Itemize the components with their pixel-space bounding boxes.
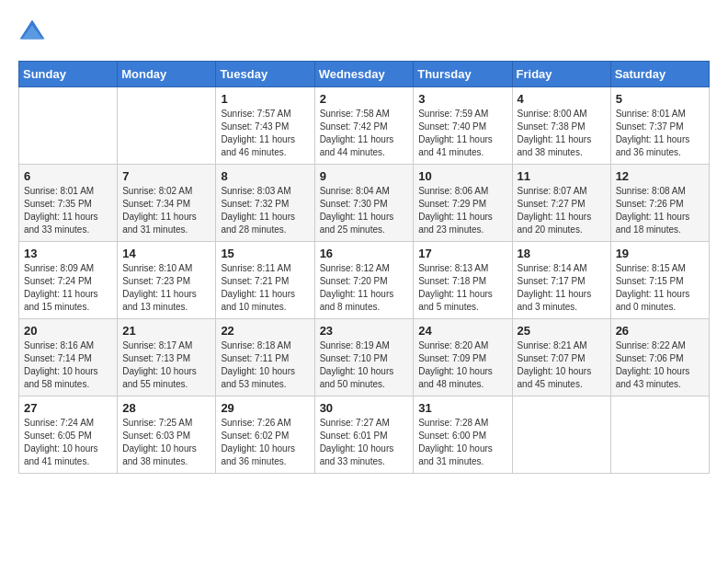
- calendar-cell: 23Sunrise: 8:19 AM Sunset: 7:10 PM Dayli…: [314, 319, 414, 396]
- calendar-header-row: SundayMondayTuesdayWednesdayThursdayFrid…: [19, 62, 710, 87]
- day-number: 5: [616, 92, 704, 106]
- day-info: Sunrise: 8:17 AM Sunset: 7:13 PM Dayligh…: [122, 339, 210, 391]
- day-info: Sunrise: 8:12 AM Sunset: 7:20 PM Dayligh…: [320, 262, 409, 314]
- calendar-cell: 19Sunrise: 8:15 AM Sunset: 7:15 PM Dayli…: [610, 242, 709, 319]
- calendar-week-row: 6Sunrise: 8:01 AM Sunset: 7:35 PM Daylig…: [19, 165, 710, 242]
- day-info: Sunrise: 8:16 AM Sunset: 7:14 PM Dayligh…: [24, 339, 112, 391]
- day-info: Sunrise: 8:13 AM Sunset: 7:18 PM Dayligh…: [418, 262, 506, 314]
- calendar-week-row: 27Sunrise: 7:24 AM Sunset: 6:05 PM Dayli…: [19, 396, 710, 474]
- day-number: 11: [518, 169, 606, 183]
- day-number: 22: [221, 324, 309, 338]
- calendar-week-row: 1Sunrise: 7:57 AM Sunset: 7:43 PM Daylig…: [19, 87, 710, 165]
- calendar-week-row: 20Sunrise: 8:16 AM Sunset: 7:14 PM Dayli…: [19, 319, 710, 396]
- day-number: 7: [122, 169, 210, 183]
- day-info: Sunrise: 8:06 AM Sunset: 7:29 PM Dayligh…: [418, 185, 506, 236]
- day-number: 13: [24, 247, 112, 260]
- calendar-cell: [512, 396, 610, 474]
- day-info: Sunrise: 7:59 AM Sunset: 7:40 PM Dayligh…: [418, 108, 506, 159]
- day-number: 25: [518, 324, 606, 338]
- calendar-cell: 30Sunrise: 7:27 AM Sunset: 6:01 PM Dayli…: [314, 396, 414, 474]
- day-info: Sunrise: 8:04 AM Sunset: 7:30 PM Dayligh…: [320, 185, 409, 236]
- calendar-cell: 16Sunrise: 8:12 AM Sunset: 7:20 PM Dayli…: [314, 242, 414, 319]
- calendar-cell: 15Sunrise: 8:11 AM Sunset: 7:21 PM Dayli…: [216, 242, 314, 319]
- day-number: 24: [418, 324, 506, 338]
- day-number: 29: [221, 401, 309, 415]
- calendar-week-row: 13Sunrise: 8:09 AM Sunset: 7:24 PM Dayli…: [19, 242, 710, 319]
- calendar-cell: 17Sunrise: 8:13 AM Sunset: 7:18 PM Dayli…: [414, 242, 512, 319]
- day-info: Sunrise: 8:14 AM Sunset: 7:17 PM Dayligh…: [518, 262, 606, 314]
- day-number: 16: [320, 247, 409, 260]
- day-info: Sunrise: 8:22 AM Sunset: 7:06 PM Dayligh…: [616, 339, 704, 391]
- day-info: Sunrise: 7:58 AM Sunset: 7:42 PM Dayligh…: [320, 108, 409, 159]
- weekday-header: Sunday: [19, 62, 118, 87]
- day-number: 12: [616, 169, 704, 183]
- day-number: 20: [24, 324, 112, 338]
- day-number: 31: [418, 401, 506, 415]
- day-info: Sunrise: 8:18 AM Sunset: 7:11 PM Dayligh…: [221, 339, 309, 391]
- day-number: 21: [122, 324, 210, 338]
- calendar-cell: 18Sunrise: 8:14 AM Sunset: 7:17 PM Dayli…: [512, 242, 610, 319]
- calendar-cell: 28Sunrise: 7:25 AM Sunset: 6:03 PM Dayli…: [118, 396, 216, 474]
- day-number: 15: [221, 247, 309, 260]
- calendar-cell: 4Sunrise: 8:00 AM Sunset: 7:38 PM Daylig…: [512, 87, 610, 165]
- calendar: SundayMondayTuesdayWednesdayThursdayFrid…: [18, 61, 710, 474]
- day-info: Sunrise: 8:11 AM Sunset: 7:21 PM Dayligh…: [221, 262, 309, 314]
- day-number: 19: [616, 247, 704, 260]
- day-number: 8: [221, 169, 309, 183]
- calendar-cell: 1Sunrise: 7:57 AM Sunset: 7:43 PM Daylig…: [216, 87, 314, 165]
- calendar-cell: 25Sunrise: 8:21 AM Sunset: 7:07 PM Dayli…: [512, 319, 610, 396]
- calendar-cell: 12Sunrise: 8:08 AM Sunset: 7:26 PM Dayli…: [610, 165, 709, 242]
- day-info: Sunrise: 8:20 AM Sunset: 7:09 PM Dayligh…: [418, 339, 506, 391]
- calendar-cell: [19, 87, 118, 165]
- calendar-cell: 20Sunrise: 8:16 AM Sunset: 7:14 PM Dayli…: [19, 319, 118, 396]
- weekday-header: Monday: [118, 62, 216, 87]
- calendar-cell: 5Sunrise: 8:01 AM Sunset: 7:37 PM Daylig…: [610, 87, 709, 165]
- weekday-header: Friday: [512, 62, 610, 87]
- day-info: Sunrise: 8:01 AM Sunset: 7:35 PM Dayligh…: [24, 185, 112, 236]
- day-info: Sunrise: 7:57 AM Sunset: 7:43 PM Dayligh…: [221, 108, 309, 159]
- day-number: 17: [418, 247, 506, 260]
- day-info: Sunrise: 7:28 AM Sunset: 6:00 PM Dayligh…: [418, 417, 506, 468]
- day-info: Sunrise: 8:01 AM Sunset: 7:37 PM Dayligh…: [616, 108, 704, 159]
- day-info: Sunrise: 8:03 AM Sunset: 7:32 PM Dayligh…: [221, 185, 309, 236]
- calendar-cell: 31Sunrise: 7:28 AM Sunset: 6:00 PM Dayli…: [414, 396, 512, 474]
- day-info: Sunrise: 8:08 AM Sunset: 7:26 PM Dayligh…: [616, 185, 704, 236]
- day-number: 26: [616, 324, 704, 338]
- logo-icon: [18, 18, 46, 46]
- day-info: Sunrise: 8:09 AM Sunset: 7:24 PM Dayligh…: [24, 262, 112, 314]
- calendar-cell: 24Sunrise: 8:20 AM Sunset: 7:09 PM Dayli…: [414, 319, 512, 396]
- calendar-cell: 13Sunrise: 8:09 AM Sunset: 7:24 PM Dayli…: [19, 242, 118, 319]
- calendar-cell: 11Sunrise: 8:07 AM Sunset: 7:27 PM Dayli…: [512, 165, 610, 242]
- day-info: Sunrise: 8:10 AM Sunset: 7:23 PM Dayligh…: [122, 262, 210, 314]
- logo: [18, 18, 51, 46]
- day-number: 3: [418, 92, 506, 106]
- day-info: Sunrise: 8:02 AM Sunset: 7:34 PM Dayligh…: [122, 185, 210, 236]
- day-info: Sunrise: 7:24 AM Sunset: 6:05 PM Dayligh…: [24, 417, 112, 468]
- calendar-cell: 6Sunrise: 8:01 AM Sunset: 7:35 PM Daylig…: [19, 165, 118, 242]
- calendar-cell: 22Sunrise: 8:18 AM Sunset: 7:11 PM Dayli…: [216, 319, 314, 396]
- page-header: [18, 18, 710, 46]
- weekday-header: Wednesday: [314, 62, 414, 87]
- day-number: 28: [122, 401, 210, 415]
- day-number: 14: [122, 247, 210, 260]
- day-number: 9: [320, 169, 409, 183]
- day-number: 1: [221, 92, 309, 106]
- calendar-cell: 3Sunrise: 7:59 AM Sunset: 7:40 PM Daylig…: [414, 87, 512, 165]
- day-number: 23: [320, 324, 409, 338]
- day-info: Sunrise: 8:21 AM Sunset: 7:07 PM Dayligh…: [518, 339, 606, 391]
- weekday-header: Thursday: [414, 62, 512, 87]
- calendar-cell: 10Sunrise: 8:06 AM Sunset: 7:29 PM Dayli…: [414, 165, 512, 242]
- day-number: 2: [320, 92, 409, 106]
- calendar-cell: 8Sunrise: 8:03 AM Sunset: 7:32 PM Daylig…: [216, 165, 314, 242]
- weekday-header: Saturday: [610, 62, 709, 87]
- day-number: 27: [24, 401, 112, 415]
- day-info: Sunrise: 7:26 AM Sunset: 6:02 PM Dayligh…: [221, 417, 309, 468]
- day-number: 6: [24, 169, 112, 183]
- day-info: Sunrise: 8:19 AM Sunset: 7:10 PM Dayligh…: [320, 339, 409, 391]
- calendar-cell: 2Sunrise: 7:58 AM Sunset: 7:42 PM Daylig…: [314, 87, 414, 165]
- day-info: Sunrise: 7:27 AM Sunset: 6:01 PM Dayligh…: [320, 417, 409, 468]
- calendar-cell: 27Sunrise: 7:24 AM Sunset: 6:05 PM Dayli…: [19, 396, 118, 474]
- day-info: Sunrise: 8:00 AM Sunset: 7:38 PM Dayligh…: [518, 108, 606, 159]
- day-number: 30: [320, 401, 409, 415]
- calendar-cell: 21Sunrise: 8:17 AM Sunset: 7:13 PM Dayli…: [118, 319, 216, 396]
